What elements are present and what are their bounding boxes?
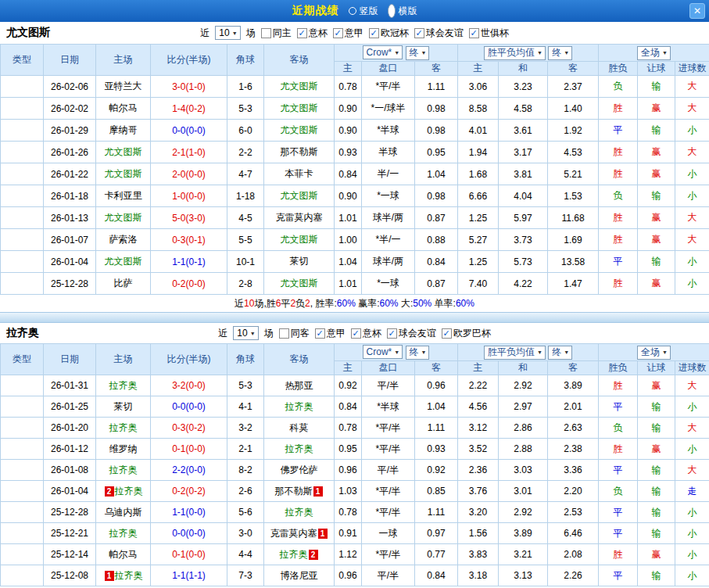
- team-name[interactable]: 尤文图斯: [105, 146, 142, 157]
- handicap-home-odds: 0.92: [335, 375, 362, 396]
- corners: 3-2: [227, 418, 264, 439]
- handicap-line: 平/半: [362, 565, 415, 586]
- filter-checkbox[interactable]: 同主: [261, 27, 292, 40]
- radio-selected-icon[interactable]: [388, 4, 396, 18]
- team-name[interactable]: 拉齐奥: [115, 570, 143, 581]
- filter-checkbox[interactable]: ✓欧罗巴杯: [442, 327, 491, 340]
- final-select[interactable]: 终▼: [548, 46, 572, 60]
- final-select[interactable]: 终▼: [406, 46, 430, 60]
- team-name[interactable]: 尤文图斯: [281, 278, 318, 289]
- bookmaker-select[interactable]: Crow*▼: [363, 45, 403, 59]
- team-name[interactable]: 尤文图斯: [281, 190, 318, 201]
- filter-checkbox[interactable]: ✓球会友谊: [414, 27, 464, 40]
- team-name[interactable]: 亚特兰大: [105, 81, 142, 91]
- team-name[interactable]: 那不勒斯: [275, 486, 313, 497]
- vertical-layout-radio[interactable]: 竖版: [349, 5, 378, 18]
- filter-checkbox[interactable]: ✓球会友谊: [387, 327, 436, 340]
- checkbox-checked-icon[interactable]: ✓: [297, 28, 307, 38]
- handicap-home-odds: 0.90: [335, 98, 362, 120]
- team-name[interactable]: 尤文图斯: [281, 81, 318, 91]
- team-name[interactable]: 拉齐奥: [285, 507, 313, 518]
- result-handicap: 赢: [638, 375, 675, 396]
- handicap-line: *平/半: [362, 502, 415, 523]
- odds-home-win: 3.76: [458, 481, 499, 502]
- team-name[interactable]: 乌迪内斯: [105, 507, 142, 518]
- odds-away-win: 2.53: [548, 502, 599, 523]
- team-name[interactable]: 尤文图斯: [105, 256, 142, 267]
- away-team-cell: 克雷莫内塞1: [264, 523, 335, 544]
- recent-count-select[interactable]: 10▼: [233, 326, 258, 340]
- red-card-badge: 1: [313, 486, 323, 497]
- team-name[interactable]: 佛罗伦萨: [281, 464, 318, 475]
- team-name[interactable]: 热那亚: [285, 380, 313, 391]
- checkbox-checked-icon[interactable]: ✓: [369, 28, 379, 38]
- checkbox-unchecked-icon[interactable]: [279, 328, 289, 339]
- team-name[interactable]: 拉齐奥: [115, 486, 143, 497]
- checkbox-checked-icon[interactable]: ✓: [442, 328, 452, 339]
- section-divider: [0, 312, 709, 323]
- team-name[interactable]: 拉齐奥: [285, 401, 313, 412]
- scope-select[interactable]: 全场▼: [637, 46, 671, 60]
- final-select[interactable]: 终▼: [406, 346, 430, 360]
- team-name[interactable]: 摩纳哥: [109, 124, 138, 135]
- checkbox-unchecked-icon[interactable]: [261, 28, 271, 38]
- checkbox-checked-icon[interactable]: ✓: [414, 28, 424, 38]
- radio-unselected-icon[interactable]: [349, 7, 356, 15]
- filter-checkbox[interactable]: ✓意杯: [297, 27, 328, 40]
- team-name[interactable]: 克雷莫内塞: [276, 212, 323, 223]
- team-name[interactable]: 卡利亚里: [105, 190, 142, 201]
- team-name[interactable]: 维罗纳: [109, 443, 138, 454]
- team-name[interactable]: 尤文图斯: [281, 234, 318, 245]
- team-name[interactable]: 莱切: [114, 401, 133, 412]
- team-name[interactable]: 尤文图斯: [105, 168, 142, 179]
- filter-checkbox[interactable]: ✓意甲: [315, 327, 346, 340]
- final-select[interactable]: 终▼: [548, 346, 572, 360]
- team-name[interactable]: 帕尔马: [109, 102, 138, 113]
- horizontal-layout-radio[interactable]: 横版: [388, 4, 417, 18]
- checkbox-checked-icon[interactable]: ✓: [469, 28, 479, 38]
- odds-draw: 3.01: [499, 481, 548, 502]
- checkbox-checked-icon[interactable]: ✓: [315, 328, 325, 339]
- checkbox-checked-icon[interactable]: ✓: [333, 28, 343, 38]
- away-team-cell: 佛罗伦萨: [264, 460, 335, 481]
- team-name[interactable]: 拉齐奥: [285, 443, 313, 454]
- team-name[interactable]: 萨索洛: [109, 234, 138, 245]
- avg-odds-select[interactable]: 胜平负均值▼: [484, 346, 546, 360]
- filter-checkbox[interactable]: ✓意杯: [351, 327, 381, 340]
- team-name[interactable]: 那不勒斯: [281, 146, 318, 157]
- recent-count-select[interactable]: 10▼: [215, 26, 240, 40]
- filter-checkbox[interactable]: 同客: [279, 327, 310, 340]
- avg-odds-select[interactable]: 胜平负均值▼: [484, 46, 546, 60]
- team-name[interactable]: 拉齐奥: [280, 549, 308, 560]
- handicap-away-odds: 0.98: [415, 120, 458, 142]
- team-name[interactable]: 尤文图斯: [281, 124, 318, 135]
- team-name[interactable]: 拉齐奥: [109, 464, 138, 475]
- filter-checkbox[interactable]: ✓欧冠杯: [369, 27, 409, 40]
- team-name[interactable]: 尤文图斯: [105, 212, 142, 223]
- home-team-cell: 帕尔马: [96, 98, 151, 120]
- scope-select[interactable]: 全场▼: [637, 346, 671, 360]
- close-button[interactable]: ✕: [689, 3, 705, 19]
- team-name[interactable]: 尤文图斯: [281, 102, 318, 113]
- checkbox-checked-icon[interactable]: ✓: [351, 328, 361, 339]
- team-name[interactable]: 帕尔马: [109, 549, 138, 560]
- summary-text: 赢率:: [356, 297, 380, 310]
- team-name[interactable]: 本菲卡: [285, 168, 313, 179]
- team-name[interactable]: 拉齐奥: [109, 422, 138, 433]
- team-name[interactable]: 博洛尼亚: [281, 570, 318, 581]
- team-name[interactable]: 克雷莫内塞: [270, 528, 317, 539]
- result-handicap: 输: [638, 396, 675, 418]
- bookmaker-select[interactable]: Crow*▼: [363, 345, 403, 359]
- filter-checkbox[interactable]: ✓世俱杯: [469, 27, 509, 40]
- team-name[interactable]: 比萨: [114, 278, 133, 289]
- filter-checkbox[interactable]: ✓意甲: [333, 27, 363, 40]
- summary-text: 平: [281, 297, 290, 310]
- checkbox-checked-icon[interactable]: ✓: [387, 328, 397, 339]
- away-team-cell: 那不勒斯1: [264, 481, 335, 502]
- odds-away-win: 2.26: [548, 565, 599, 586]
- team-name[interactable]: 莱切: [290, 256, 309, 267]
- odds-draw: 2.86: [499, 418, 548, 439]
- team-name[interactable]: 拉齐奥: [109, 380, 138, 391]
- team-name[interactable]: 拉齐奥: [109, 528, 138, 539]
- team-name[interactable]: 科莫: [290, 422, 309, 433]
